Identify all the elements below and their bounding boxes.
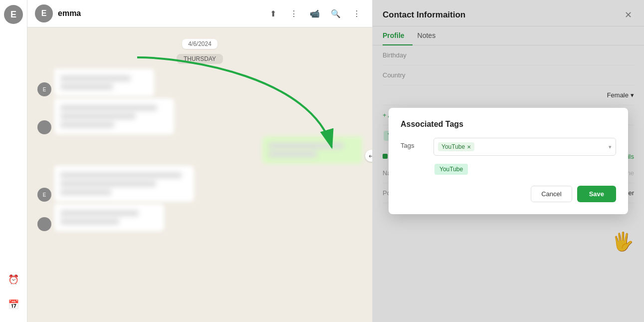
message-bubble bbox=[54, 98, 174, 134]
message-row: E bbox=[37, 69, 362, 96]
date-pill: 4/6/2024 bbox=[37, 39, 362, 48]
contact-panel: Contact Informaition ✕ Profile Notes Bir… bbox=[372, 0, 644, 322]
associated-tags-modal: Associated Tags Tags YouTube ✕ ▾ YouTube… bbox=[389, 108, 628, 214]
modal-footer: Cancel Save bbox=[401, 186, 616, 202]
tags-input-box[interactable]: YouTube ✕ ▾ bbox=[433, 138, 616, 156]
remove-selected-tag-icon[interactable]: ✕ bbox=[467, 144, 471, 150]
reply-icon[interactable]: ↩ bbox=[365, 150, 372, 162]
tag-suggestions: YouTube bbox=[433, 163, 616, 176]
sidebar: E ⏰ 📅 bbox=[0, 0, 27, 322]
message-bubble bbox=[262, 136, 362, 164]
message-bubble bbox=[54, 204, 164, 231]
avatar[interactable]: E bbox=[4, 5, 23, 24]
cancel-button[interactable]: Cancel bbox=[531, 186, 572, 202]
msg-avatar: E bbox=[37, 82, 51, 96]
more-options-icon[interactable]: ⋮ bbox=[349, 5, 365, 21]
alarm-icon[interactable]: ⏰ bbox=[3, 270, 23, 290]
msg-avatar: E bbox=[37, 188, 51, 202]
chat-body: 4/6/2024 THURSDAY E bbox=[27, 27, 372, 322]
chat-area: E emma ⬆ ⋮ 📹 🔍 ⋮ 4/6/2024 THURSDAY E bbox=[27, 0, 372, 322]
calendar-icon[interactable]: 📅 bbox=[3, 295, 23, 315]
message-row: E bbox=[37, 166, 362, 202]
message-row bbox=[37, 98, 362, 134]
contact-name: emma bbox=[58, 9, 260, 18]
chat-header: E emma ⬆ ⋮ 📹 🔍 ⋮ bbox=[27, 0, 372, 27]
message-bubble bbox=[54, 69, 154, 96]
msg-avatar bbox=[37, 120, 51, 134]
modal-title: Associated Tags bbox=[401, 120, 616, 129]
modal-field-label: Tags bbox=[401, 138, 426, 149]
more-vert-icon[interactable]: ⋮ bbox=[286, 5, 302, 21]
tag-suggestion-youtube[interactable]: YouTube bbox=[434, 164, 468, 175]
dropdown-arrow-icon: ▾ bbox=[609, 144, 612, 150]
contact-avatar: E bbox=[35, 4, 53, 22]
msg-avatar bbox=[37, 217, 51, 231]
modal-overlay: Associated Tags Tags YouTube ✕ ▾ YouTube… bbox=[373, 0, 644, 322]
message-row: ↩ bbox=[37, 136, 362, 164]
save-button[interactable]: Save bbox=[577, 186, 616, 202]
selected-tag-pill: YouTube ✕ bbox=[438, 142, 474, 151]
day-separator: THURSDAY bbox=[37, 54, 362, 63]
modal-field-row: Tags YouTube ✕ ▾ bbox=[401, 138, 616, 156]
message-bubble bbox=[54, 166, 194, 202]
attach-icon[interactable]: ⬆ bbox=[265, 5, 281, 21]
search-icon[interactable]: 🔍 bbox=[328, 5, 344, 21]
video-icon[interactable]: 📹 bbox=[307, 5, 323, 21]
message-row bbox=[37, 204, 362, 231]
